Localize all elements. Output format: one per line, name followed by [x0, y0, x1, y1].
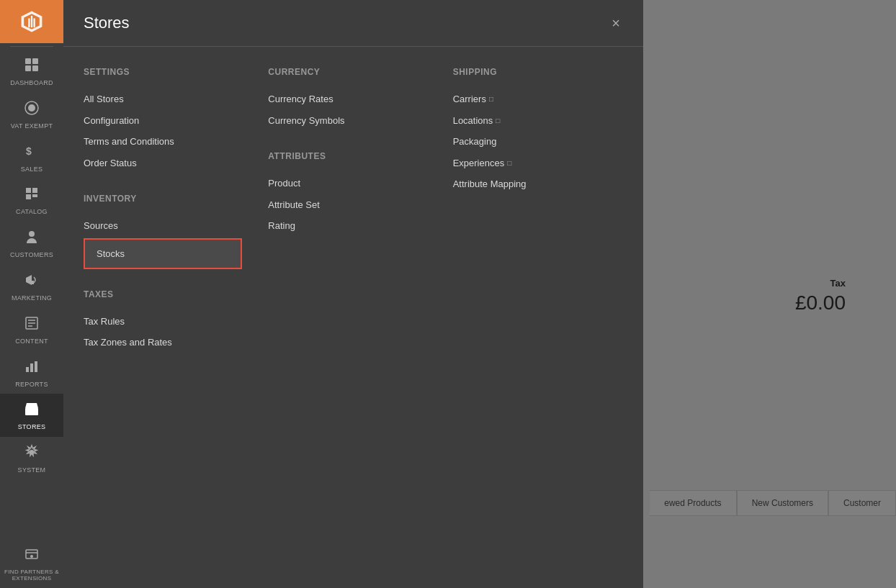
sidebar-item-dashboard[interactable]: Dashboard [0, 50, 63, 93]
tax-zones-rates-link[interactable]: Tax Zones and Rates [84, 332, 254, 353]
terms-conditions-link[interactable]: Terms and Conditions [84, 131, 254, 153]
find-partners-icon [24, 546, 40, 566]
rating-link[interactable]: Rating [268, 215, 438, 237]
main-area: reports tailored to your customer data. … [63, 0, 896, 588]
svg-rect-10 [32, 194, 37, 197]
sidebar-logo[interactable] [0, 0, 63, 43]
currency-attributes-col: Currency Currency Rates Currency Symbols… [268, 67, 452, 568]
experiences-link[interactable]: Experiences □ [453, 153, 623, 174]
svg-text:$: $ [26, 145, 32, 157]
catalog-icon [24, 186, 40, 205]
sidebar-item-label: VAT Exempt [11, 122, 53, 130]
currency-heading: Currency [268, 67, 438, 77]
reports-icon [24, 358, 40, 378]
sidebar-item-system[interactable]: System [0, 437, 63, 480]
sources-link[interactable]: Sources [84, 215, 254, 237]
svg-rect-7 [26, 188, 31, 193]
vat-exempt-icon [24, 100, 40, 119]
sidebar-item-label: Content [15, 338, 48, 345]
sidebar-item-stores[interactable]: Stores [0, 394, 63, 437]
svg-rect-18 [30, 363, 33, 372]
sidebar-item-label: Reports [15, 381, 48, 389]
carriers-ext-icon: □ [489, 94, 493, 104]
product-link[interactable]: Product [268, 173, 438, 194]
sidebar-item-customers[interactable]: Customers [0, 222, 63, 265]
svg-point-5 [28, 104, 35, 112]
sidebar: Dashboard VAT Exempt $ Sales Cata [0, 0, 63, 588]
sidebar-item-label: Dashboard [10, 79, 53, 87]
svg-point-28 [30, 555, 33, 558]
shipping-heading: Shipping [453, 67, 623, 77]
sidebar-item-label: Stores [18, 423, 46, 431]
sidebar-item-reports[interactable]: Reports [0, 351, 63, 394]
sidebar-item-sales[interactable]: $ Sales [0, 136, 63, 179]
svg-point-22 [27, 405, 29, 407]
attribute-set-link[interactable]: Attribute Set [268, 194, 438, 216]
attribute-mapping-link[interactable]: Attribute Mapping [453, 173, 623, 195]
locations-ext-icon: □ [496, 115, 500, 126]
svg-rect-21 [30, 410, 34, 415]
svg-point-23 [31, 405, 32, 407]
svg-rect-17 [26, 367, 29, 372]
carriers-link[interactable]: Carriers □ [453, 89, 623, 110]
svg-rect-12 [32, 281, 34, 284]
svg-rect-3 [32, 65, 38, 71]
shipping-section: Shipping Carriers □ Locations □ Packagin… [453, 67, 623, 195]
svg-rect-8 [32, 188, 37, 193]
currency-section: Currency Currency Rates Currency Symbols [268, 67, 438, 131]
stocks-link[interactable]: Stocks [84, 238, 242, 269]
inventory-heading: Inventory [84, 194, 254, 204]
locations-link[interactable]: Locations □ [453, 110, 623, 132]
taxes-heading: Taxes [84, 289, 254, 299]
svg-rect-9 [26, 194, 31, 199]
marketing-icon [24, 272, 40, 291]
settings-inventory-taxes-col: Settings All Stores Configuration Terms … [84, 67, 268, 568]
taxes-section: Taxes Tax Rules Tax Zones and Rates [84, 289, 254, 353]
svg-rect-1 [32, 58, 38, 64]
tax-rules-link[interactable]: Tax Rules [84, 311, 254, 333]
sales-icon: $ [24, 143, 40, 163]
order-status-link[interactable]: Order Status [84, 153, 254, 174]
system-icon [24, 444, 40, 463]
settings-heading: Settings [84, 67, 254, 77]
sidebar-divider-top [10, 46, 53, 47]
sidebar-item-vat-exempt[interactable]: VAT Exempt [0, 93, 63, 136]
attributes-section: Attributes Product Attribute Set Rating [268, 151, 438, 237]
currency-rates-link[interactable]: Currency Rates [268, 89, 438, 110]
stores-panel: Stores × Settings All Stores Configurati… [63, 0, 643, 588]
sidebar-item-catalog[interactable]: Catalog [0, 178, 63, 222]
packaging-link[interactable]: Packaging [453, 131, 623, 153]
svg-point-11 [29, 231, 35, 237]
sidebar-item-marketing[interactable]: Marketing [0, 265, 63, 308]
inventory-section: Inventory Sources Stocks [84, 194, 254, 269]
sidebar-item-label: Sales [21, 166, 43, 173]
svg-rect-19 [35, 361, 37, 372]
sidebar-item-label: System [18, 466, 46, 474]
customers-icon [24, 229, 40, 248]
experiences-ext-icon: □ [507, 158, 511, 168]
svg-rect-0 [25, 58, 31, 64]
attributes-heading: Attributes [268, 151, 438, 161]
dashboard-icon [24, 57, 40, 76]
currency-symbols-link[interactable]: Currency Symbols [268, 110, 438, 132]
sidebar-item-find-partners[interactable]: Find Partners & Extensions [0, 539, 63, 588]
panel-title: Stores [84, 14, 130, 32]
sidebar-item-label: Find Partners & Extensions [3, 569, 61, 582]
panel-header: Stores × [63, 0, 643, 47]
stores-icon [24, 401, 40, 420]
all-stores-link[interactable]: All Stores [84, 89, 254, 110]
sidebar-item-label: Marketing [12, 294, 52, 302]
panel-body: Settings All Stores Configuration Terms … [63, 47, 643, 588]
svg-point-24 [35, 405, 36, 407]
sidebar-item-label: Customers [10, 251, 53, 259]
close-button[interactable]: × [609, 13, 623, 33]
configuration-link[interactable]: Configuration [84, 110, 254, 132]
content-icon [24, 315, 40, 335]
settings-section: Settings All Stores Configuration Terms … [84, 67, 254, 173]
sidebar-item-content[interactable]: Content [0, 308, 63, 351]
svg-rect-2 [25, 65, 31, 71]
shipping-col: Shipping Carriers □ Locations □ Packagin… [453, 67, 623, 568]
sidebar-item-label: Catalog [16, 208, 48, 216]
